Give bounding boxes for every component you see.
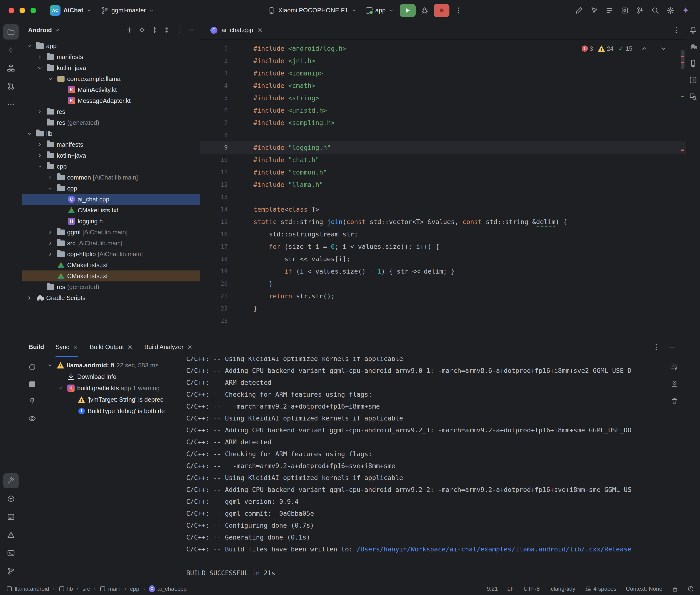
breadcrumb-item[interactable]: cpp <box>130 586 139 592</box>
scroll-end-button[interactable] <box>669 378 680 390</box>
code-line[interactable]: 9#include "logging.h" <box>200 141 686 154</box>
chevron-right-icon[interactable] <box>35 152 44 159</box>
app-inspection-button[interactable] <box>688 91 699 103</box>
inspections-widget[interactable]: ! 3 ! 24 ✓ 15 <box>582 41 670 56</box>
project-folder-button[interactable] <box>3 24 19 39</box>
zoom-window-button[interactable] <box>30 8 36 13</box>
pull-requests-button[interactable] <box>3 79 19 94</box>
gradle-button[interactable] <box>688 41 699 52</box>
chevron-right-icon[interactable] <box>35 108 44 115</box>
tree-item[interactable]: src[AiChat.lib.main] <box>22 237 200 249</box>
breadcrumb-item[interactable]: lib <box>59 586 73 592</box>
hide-build-panel-button[interactable] <box>665 340 679 354</box>
chevron-down-icon[interactable] <box>25 42 34 50</box>
search-button[interactable] <box>648 3 662 18</box>
version-control-button[interactable] <box>3 564 19 579</box>
tree-item[interactable]: KMessageAdapter.kt <box>22 95 200 106</box>
tree-item[interactable]: iBuildType 'debug' is both de <box>43 405 176 417</box>
layout-inspector-button[interactable] <box>688 74 699 86</box>
minimize-window-button[interactable] <box>20 8 25 13</box>
build-button[interactable] <box>3 473 19 488</box>
breadcrumb-item[interactable]: src <box>82 586 90 592</box>
problems-button[interactable] <box>3 528 19 543</box>
context-widget[interactable]: Context: None <box>626 586 662 592</box>
more-v-button[interactable] <box>173 24 185 36</box>
project-view-selector[interactable]: Android <box>28 26 60 34</box>
close-tab-icon[interactable] <box>73 344 78 350</box>
tree-item[interactable]: cpp <box>22 161 200 172</box>
code-line[interactable]: 23 <box>200 315 686 327</box>
tree-item[interactable]: kotlin+java <box>22 62 200 73</box>
tree-item[interactable]: Kbuild.gradle.ktsapp 1 warning <box>43 382 176 394</box>
tree-item[interactable]: Hlogging.h <box>22 216 200 227</box>
vcs-update-button[interactable] <box>633 3 647 18</box>
indent-setting[interactable]: 4 spaces <box>585 586 616 592</box>
dependencies-button[interactable] <box>3 491 19 506</box>
more-button[interactable] <box>3 97 19 112</box>
code-line[interactable]: 18 str << values[i]; <box>200 253 686 265</box>
tree-item[interactable]: Gradle Scripts <box>22 292 200 303</box>
tree-item[interactable]: Cai_chat.cpp <box>22 194 200 205</box>
tree-item[interactable]: !'jvmTarget: String' is deprec <box>43 394 176 405</box>
chevron-down-icon[interactable] <box>25 130 34 137</box>
tree-item[interactable]: CMakeLists.txt <box>22 205 200 216</box>
tab-build-analyzer[interactable]: Build Analyzer <box>144 337 193 357</box>
device-manager-button[interactable] <box>688 58 699 69</box>
code-line[interactable]: 2#include <jni.h> <box>200 55 686 67</box>
debug-button[interactable] <box>418 4 431 17</box>
stripe-mark-ok[interactable] <box>681 96 684 97</box>
breadcrumb-item[interactable]: Cai_chat.cpp <box>149 586 187 592</box>
tree-item[interactable]: cpp-httplib[AiChat.lib.main] <box>22 249 200 259</box>
breadcrumb-item[interactable]: llama.android <box>6 586 49 592</box>
chevron-right-icon[interactable] <box>46 250 55 258</box>
chevron-down-icon[interactable] <box>56 384 65 392</box>
code-line[interactable]: 6#include <unistd.h> <box>200 104 686 117</box>
stripe-mark-error[interactable] <box>681 149 684 151</box>
stripe-mark-error[interactable] <box>681 56 684 57</box>
editor-options-button[interactable] <box>669 23 683 37</box>
clang-tidy-widget[interactable]: .clang-tidy <box>549 586 575 592</box>
expand-all-button[interactable] <box>148 24 160 36</box>
next-problem-button[interactable] <box>656 41 670 56</box>
tree-item[interactable]: KMainActivity.kt <box>22 84 200 95</box>
project-widget[interactable]: AC AiChat <box>47 3 95 18</box>
ai-actions-button[interactable] <box>572 3 586 18</box>
close-tab-icon[interactable] <box>187 344 193 350</box>
gemini-button[interactable] <box>678 3 693 18</box>
tree-item[interactable]: Download info <box>43 371 176 382</box>
plugins-button[interactable] <box>618 3 632 18</box>
tree-item[interactable]: ggml[AiChat.lib.main] <box>22 227 200 237</box>
tree-item[interactable]: res <box>22 106 200 117</box>
chevron-right-icon[interactable] <box>25 294 34 302</box>
clear-button[interactable] <box>669 395 680 407</box>
soft-wrap-button[interactable] <box>669 361 680 373</box>
code-line[interactable]: 3#include <iomanip> <box>200 67 686 80</box>
tab-build-output[interactable]: Build Output <box>90 337 133 357</box>
chevron-down-icon[interactable] <box>35 64 44 72</box>
todo-list-button[interactable] <box>603 3 617 18</box>
tree-item[interactable]: lib <box>22 128 200 139</box>
warning-count[interactable]: ! 24 <box>598 45 614 52</box>
tree-item[interactable]: com.example.llama <box>22 73 200 84</box>
tab-sync[interactable]: Sync <box>56 337 78 357</box>
tree-item[interactable]: app <box>22 40 200 51</box>
tree-item[interactable]: manifests <box>22 139 200 150</box>
code-line[interactable]: 22} <box>200 302 686 315</box>
breadcrumb-item[interactable]: main <box>100 586 120 592</box>
stop-button[interactable] <box>434 4 449 17</box>
scrollbar-thumb[interactable] <box>681 50 684 69</box>
code-line[interactable]: 14template<class T> <box>200 203 686 216</box>
branch-widget[interactable]: ggml-master <box>97 5 158 16</box>
chevron-right-icon[interactable] <box>46 228 55 236</box>
lock-widget[interactable] <box>672 586 678 592</box>
locate-button[interactable] <box>136 24 148 36</box>
highlighting-level-widget[interactable] <box>688 586 694 592</box>
run-button[interactable] <box>400 4 416 17</box>
build-console[interactable]: C/C++: -- Using KleidiAI optimized kerne… <box>176 357 686 582</box>
passed-count[interactable]: ✓ 15 <box>618 45 632 53</box>
code-line[interactable]: 15static std::string join(const std::vec… <box>200 216 686 228</box>
plus-button[interactable] <box>123 24 136 36</box>
tree-item[interactable]: manifests <box>22 51 200 62</box>
close-window-button[interactable] <box>8 8 14 13</box>
gemini-cursor-button[interactable] <box>587 3 601 18</box>
